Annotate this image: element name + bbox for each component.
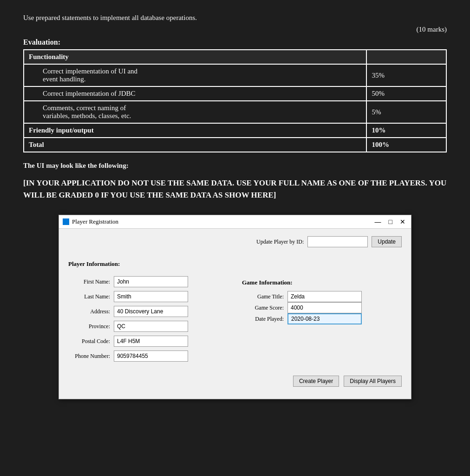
update-button[interactable]: Update	[372, 236, 402, 247]
date-played-input[interactable]	[287, 313, 362, 324]
row-total-label: Total	[24, 138, 366, 152]
first-name-label: First Name:	[68, 278, 110, 285]
date-played-label: Date Played:	[242, 316, 284, 323]
game-section-header: Game Information:	[242, 279, 402, 286]
update-id-input[interactable]	[307, 236, 368, 247]
ui-note: The UI may look like the following:	[23, 162, 447, 170]
row-jdbc-label: Correct implementation of JDBC	[24, 86, 366, 101]
game-info-panel: Game Information: Game Title: Game Score…	[242, 260, 402, 324]
update-label: Update Player by ID:	[256, 238, 304, 245]
display-all-button[interactable]: Display All Players	[344, 376, 402, 387]
bottom-buttons: Create Player Display All Players	[68, 376, 402, 391]
first-name-row: First Name:	[68, 276, 228, 287]
window-title: Player Registration	[72, 218, 118, 225]
window-app-icon	[63, 218, 69, 225]
title-left: Player Registration	[63, 218, 118, 225]
form-grid: Player Information: First Name: Last Nam…	[68, 260, 402, 362]
create-player-button[interactable]: Create Player	[293, 376, 339, 387]
intro-text: Use prepared statements to implement all…	[23, 14, 447, 22]
game-title-label: Game Title:	[242, 293, 284, 300]
date-played-row: Date Played:	[242, 313, 402, 324]
table-row: Correct implementation of JDBC 50%	[24, 86, 446, 101]
phone-row: Phone Number:	[68, 350, 228, 362]
last-name-row: Last Name:	[68, 291, 228, 302]
window-titlebar: Player Registration — □ ✕	[59, 215, 411, 229]
row-total-value: 100%	[366, 138, 446, 152]
game-title-input[interactable]	[287, 291, 362, 302]
table-row: Correct implementation of UI andevent ha…	[24, 64, 446, 86]
table-row: Total 100%	[24, 138, 446, 152]
postal-code-input[interactable]	[114, 336, 188, 347]
row-comments-value: 5%	[366, 101, 446, 123]
maximize-button[interactable]: □	[387, 218, 394, 225]
evaluation-table: Functionality Correct implementation of …	[23, 49, 447, 152]
window-container: Player Registration — □ ✕ Update Player …	[23, 215, 447, 399]
province-label: Province:	[68, 323, 110, 330]
row-jdbc-value: 50%	[366, 86, 446, 101]
player-info-panel: Player Information: First Name: Last Nam…	[68, 260, 228, 362]
table-row: Friendly input/output 10%	[24, 123, 446, 138]
phone-label: Phone Number:	[68, 353, 110, 360]
warning-text: [IN YOUR APPLICATION DO NOT USE THE SAME…	[23, 177, 447, 201]
first-name-input[interactable]	[114, 276, 188, 287]
row-friendly-label: Friendly input/output	[24, 123, 366, 138]
row-friendly-value: 10%	[366, 123, 446, 138]
close-button[interactable]: ✕	[398, 218, 407, 225]
game-score-label: Game Score:	[242, 304, 284, 311]
app-window: Player Registration — □ ✕ Update Player …	[59, 215, 411, 399]
game-panel-inner: Game Information: Game Title: Game Score…	[242, 260, 402, 324]
phone-input[interactable]	[114, 350, 188, 362]
player-section-header: Player Information:	[68, 260, 228, 268]
row-ui-label: Correct implementation of UI andevent ha…	[24, 64, 366, 86]
address-row: Address:	[68, 306, 228, 317]
game-score-row: Game Score:	[242, 302, 402, 313]
game-title-row: Game Title:	[242, 291, 402, 302]
postal-code-row: Postal Code:	[68, 336, 228, 347]
evaluation-label: Evaluation:	[23, 38, 447, 46]
province-input[interactable]	[114, 321, 188, 332]
address-label: Address:	[68, 308, 110, 315]
col-percent-header	[366, 50, 446, 64]
minimize-button[interactable]: —	[373, 218, 383, 225]
table-row: Comments, correct naming ofvariables, me…	[24, 101, 446, 123]
last-name-input[interactable]	[114, 291, 188, 302]
address-input[interactable]	[114, 306, 188, 317]
row-ui-value: 35%	[366, 64, 446, 86]
province-row: Province:	[68, 321, 228, 332]
col-functionality: Functionality	[24, 50, 366, 64]
window-controls[interactable]: — □ ✕	[373, 218, 407, 225]
game-score-input[interactable]	[287, 302, 362, 313]
marks-text: (10 marks)	[23, 26, 447, 33]
row-comments-label: Comments, correct naming ofvariables, me…	[24, 101, 366, 123]
postal-code-label: Postal Code:	[68, 338, 110, 345]
update-row: Update Player by ID: Update	[256, 236, 402, 247]
window-body: Update Player by ID: Update Player Infor…	[59, 229, 411, 399]
last-name-label: Last Name:	[68, 293, 110, 300]
